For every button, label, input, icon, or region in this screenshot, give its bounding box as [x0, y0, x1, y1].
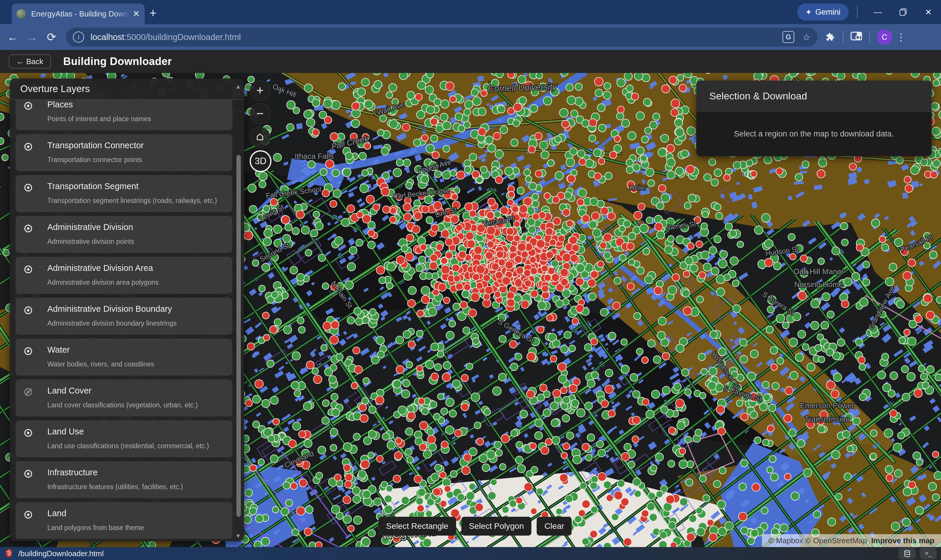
layer-name: Land: [47, 509, 66, 518]
map-attribution: © Mapbox © OpenStreetMap Improve this ma…: [762, 534, 941, 547]
layer-name: Administrative Division Area: [47, 263, 153, 273]
visibility-off-icon[interactable]: [23, 387, 33, 397]
layer-item-land-cover[interactable]: Land CoverLand cover classifications (ve…: [15, 379, 232, 417]
tab-close-icon[interactable]: ✕: [132, 9, 140, 18]
zoom-in-button[interactable]: +: [250, 80, 270, 101]
scroll-down-arrow-icon[interactable]: ▼: [235, 533, 242, 539]
selection-download-panel: Selection & Download Select a region on …: [697, 81, 932, 156]
view-3d-button[interactable]: 3D: [250, 150, 271, 172]
layer-description: Land use classifications (residential, c…: [47, 442, 209, 450]
visibility-eye-icon[interactable]: [23, 510, 33, 520]
selection-empty-message: Select a region on the map to download d…: [697, 112, 932, 156]
layer-description: Land polygons from base theme: [47, 524, 144, 532]
layer-description: Infrastructure features (utilities, faci…: [47, 483, 183, 491]
layers-list: PlacesPoints of interest and place names…: [10, 100, 244, 539]
select-rectangle-button[interactable]: Select Rectangle: [378, 517, 456, 535]
gemini-label: Gemini: [815, 8, 840, 17]
gemini-spark-icon: ✦: [806, 8, 812, 17]
layer-item-places[interactable]: PlacesPoints of interest and place names: [15, 100, 232, 130]
home-icon: [255, 132, 264, 142]
gemini-button[interactable]: ✦ Gemini: [797, 3, 849, 21]
extensions-icon[interactable]: [824, 32, 835, 42]
window-restore-button[interactable]: [890, 0, 916, 24]
visibility-eye-icon[interactable]: [23, 469, 33, 479]
window-close-button[interactable]: ✕: [916, 0, 941, 24]
visibility-eye-icon[interactable]: [23, 142, 33, 152]
layer-name: Transportation Connector: [47, 141, 144, 150]
clear-button[interactable]: Clear: [537, 517, 572, 535]
selection-toolbar: Select Rectangle Select Polygon Clear: [378, 517, 572, 535]
visibility-eye-icon[interactable]: [23, 346, 33, 356]
browser-titlebar: EnergyAtlas - Building Downl ✕ + ✦ Gemin…: [0, 0, 941, 24]
url-bar[interactable]: i localhost:5000/buildingDownloader.html…: [66, 28, 818, 46]
layer-name: Places: [47, 100, 73, 109]
visibility-eye-icon[interactable]: [23, 101, 33, 111]
layers-panel-title: Overture Layers: [10, 78, 244, 100]
layer-name: Transportation Segment: [47, 182, 138, 191]
database-icon-button[interactable]: [899, 548, 916, 559]
page-title: Building Downloader: [63, 55, 172, 68]
layer-description: Administrative division boundary linestr…: [47, 319, 177, 327]
side-panel-search-icon[interactable]: [850, 31, 862, 43]
layer-description: Transportation connector points: [47, 156, 142, 164]
status-filename[interactable]: /buildingDownloader.html: [18, 549, 899, 558]
selection-panel-title: Selection & Download: [697, 81, 932, 112]
tab-favicon-icon: [17, 9, 26, 18]
bookmark-star-icon[interactable]: ☆: [803, 32, 810, 42]
toolbar-divider: [843, 31, 843, 43]
browser-window: EnergyAtlas - Building Downl ✕ + ✦ Gemin…: [0, 0, 941, 560]
app-back-button[interactable]: ← Back: [9, 54, 51, 69]
layer-name: Land Use: [47, 427, 84, 437]
layer-item-administrative-division[interactable]: Administrative DivisionAdministrative di…: [15, 216, 232, 253]
overture-layers-panel: Overture Layers PlacesPoints of interest…: [10, 78, 244, 541]
layer-description: Points of interest and place names: [47, 115, 151, 123]
app-header: ← Back Building Downloader: [0, 50, 941, 73]
layer-item-transportation-connector[interactable]: Transportation ConnectorTransportation c…: [15, 134, 232, 171]
profile-avatar[interactable]: C: [877, 29, 892, 45]
layer-description: Administrative division points: [47, 238, 134, 246]
reload-button[interactable]: ⟳: [42, 31, 61, 43]
layer-name: Administrative Division Boundary: [47, 304, 172, 314]
site-info-icon[interactable]: i: [73, 31, 84, 43]
window-minimize-button[interactable]: —: [865, 0, 890, 24]
map-area: Overture Layers PlacesPoints of interest…: [0, 73, 941, 547]
visibility-eye-icon[interactable]: [23, 305, 33, 315]
layer-item-infrastructure[interactable]: InfrastructureInfrastructure features (u…: [15, 461, 232, 498]
select-polygon-button[interactable]: Select Polygon: [461, 517, 532, 535]
layer-item-water[interactable]: WaterWater bodies, rivers, and coastline…: [15, 338, 232, 375]
visibility-eye-icon[interactable]: [23, 183, 33, 193]
new-tab-button[interactable]: +: [149, 7, 157, 19]
visibility-eye-icon[interactable]: [23, 265, 33, 274]
visibility-eye-icon[interactable]: [23, 223, 33, 234]
translate-icon[interactable]: G: [783, 31, 794, 43]
layer-item-land[interactable]: LandLand polygons from base theme: [15, 502, 232, 539]
layer-name: Infrastructure: [47, 468, 98, 477]
restore-icon: [899, 9, 907, 15]
file-icon: [5, 548, 13, 559]
tab-title: EnergyAtlas - Building Downl: [31, 9, 130, 18]
layer-name: Land Cover: [47, 386, 91, 395]
status-bar: /buildingDownloader.html >_: [0, 547, 941, 560]
browser-toolbar: ← → ⟳ i localhost:5000/buildingDownloade…: [0, 24, 941, 50]
layer-description: Land cover classifications (vegetation, …: [47, 401, 198, 409]
attribution-text[interactable]: © Mapbox © OpenStreetMap: [769, 536, 867, 545]
titlebar-divider: [857, 6, 858, 18]
layer-item-land-use[interactable]: Land UseLand use classifications (reside…: [15, 420, 232, 457]
zoom-out-button[interactable]: −: [250, 103, 270, 124]
layer-description: Administrative division area polygons: [47, 278, 158, 286]
visibility-eye-icon[interactable]: [23, 428, 33, 438]
url-text: localhost:5000/buildingDownloader.html: [91, 32, 774, 42]
layer-description: Water bodies, rivers, and coastlines: [47, 360, 154, 368]
improve-map-link[interactable]: Improve this map: [871, 536, 935, 545]
terminal-icon-button[interactable]: >_: [920, 548, 937, 559]
browser-menu-icon[interactable]: ⋮: [892, 31, 910, 43]
scroll-up-arrow-icon[interactable]: ▲: [235, 83, 242, 90]
scrollbar-thumb[interactable]: [237, 155, 241, 517]
layer-item-administrative-division-boundary[interactable]: Administrative Division BoundaryAdminist…: [15, 298, 232, 335]
layer-name: Administrative Division: [47, 222, 133, 232]
layer-item-transportation-segment[interactable]: Transportation SegmentTransportation seg…: [15, 175, 232, 212]
browser-tab[interactable]: EnergyAtlas - Building Downl ✕: [12, 3, 145, 24]
reset-view-button[interactable]: [250, 127, 270, 147]
layer-item-administrative-division-area[interactable]: Administrative Division AreaAdministrati…: [15, 257, 232, 294]
back-button[interactable]: ←: [3, 31, 22, 43]
